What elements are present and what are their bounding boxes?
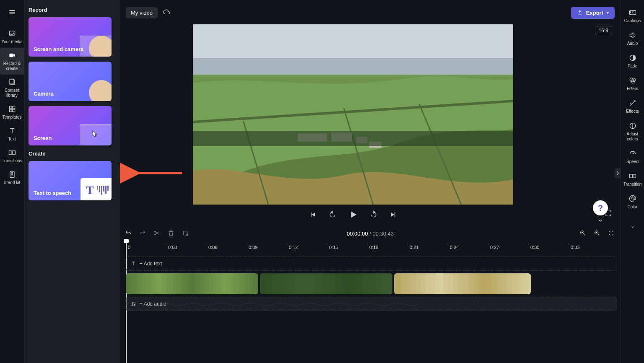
rightnav-filters[interactable]: Filters: [621, 73, 644, 96]
chevron-down-icon: ▾: [607, 10, 609, 15]
rightnav-label: Speed: [626, 159, 639, 164]
ruler-tick: 0:12: [287, 243, 298, 245]
video-preview[interactable]: [193, 24, 513, 205]
annotation-arrow: [132, 167, 186, 181]
rightnav-label: Fade: [628, 64, 637, 69]
card-screen[interactable]: Screen: [29, 106, 112, 145]
rightnav-label: Effects: [626, 109, 639, 114]
timeline-tracks: + Add text + Add audio: [126, 257, 617, 360]
sidebar-item-text[interactable]: Text: [0, 123, 24, 145]
rightnav-chevron-down-icon[interactable]: ⌄: [621, 223, 644, 229]
rightnav-speed[interactable]: Speed: [621, 146, 644, 169]
timeline-zoom: [579, 230, 615, 238]
record-create-panel: Record Screen and camera Camera Screen C…: [24, 0, 120, 363]
svg-point-14: [11, 172, 13, 174]
zoom-fit-button[interactable]: [608, 230, 615, 238]
zoom-out-button[interactable]: [579, 230, 586, 238]
rightnav-adjust-colors[interactable]: Adjust colors: [621, 118, 644, 146]
card-camera[interactable]: Camera: [29, 62, 112, 101]
add-text-track[interactable]: + Add text: [126, 257, 617, 271]
rightnav-audio[interactable]: Audio: [621, 28, 644, 50]
project-title[interactable]: My video: [126, 7, 158, 18]
svg-rect-10: [12, 109, 15, 112]
rightnav-fade[interactable]: Fade: [621, 50, 644, 73]
sidebar-label: Record & create: [3, 61, 21, 71]
cursor-icon: [91, 130, 99, 140]
svg-rect-12: [12, 151, 15, 154]
svg-rect-11: [9, 151, 12, 154]
rightnav-label: Audio: [627, 41, 638, 46]
rightnav-effects[interactable]: Effects: [621, 96, 644, 118]
video-clip-1[interactable]: [126, 273, 258, 294]
card-label: Screen: [34, 135, 52, 141]
export-label: Export: [586, 10, 603, 16]
ruler-tick: 0:18: [367, 243, 378, 245]
timeline-ruler[interactable]: 00:030:060:090:120:150:180:210:240:270:3…: [126, 243, 621, 256]
left-sidebar: Your media Record & create Content libra…: [0, 0, 24, 363]
svg-point-15: [11, 174, 13, 176]
svg-rect-8: [12, 106, 15, 109]
play-button[interactable]: [348, 210, 358, 219]
tts-graphic: T: [80, 178, 112, 200]
ruler-tick: 0:24: [448, 243, 459, 245]
sidebar-item-your-media[interactable]: Your media: [0, 26, 24, 48]
playback-controls: [193, 207, 513, 222]
rightnav-label: Captions: [624, 18, 641, 23]
card-screen-and-camera[interactable]: Screen and camera: [29, 17, 112, 57]
sidebar-label: Templates: [3, 115, 22, 120]
sidebar-item-templates[interactable]: Templates: [0, 101, 24, 123]
sidebar-label: Your media: [1, 39, 22, 44]
skip-start-button[interactable]: [309, 211, 317, 218]
rightnav-captions[interactable]: Captions: [621, 5, 644, 28]
rightnav-label: Transition: [623, 182, 642, 187]
sidebar-item-brand-kit[interactable]: Brand kit: [0, 167, 24, 189]
svg-rect-9: [9, 109, 12, 112]
timeline-timecode: 00:00.00 / 00:30.43: [120, 231, 621, 237]
svg-rect-24: [193, 131, 513, 146]
ruler-tick: 0:30: [528, 243, 539, 245]
svg-point-34: [632, 197, 633, 197]
current-time: 00:00.00: [347, 231, 368, 237]
ruler-tick: 0:27: [488, 243, 499, 245]
export-button[interactable]: Export ▾: [571, 7, 615, 19]
create-section-title: Create: [29, 150, 116, 157]
rightnav-transition[interactable]: Transition: [621, 169, 644, 191]
skip-end-button[interactable]: [390, 211, 397, 218]
total-duration: 00:30.43: [372, 231, 394, 237]
rightnav-color[interactable]: Color: [621, 191, 644, 214]
menu-button[interactable]: [4, 4, 20, 20]
video-clip-2[interactable]: [260, 273, 392, 294]
sidebar-item-content-library[interactable]: Content library: [0, 75, 24, 101]
rewind-10-button[interactable]: [328, 210, 337, 219]
zoom-in-button[interactable]: [594, 230, 600, 238]
sidebar-item-transitions[interactable]: Transitions: [0, 145, 24, 167]
top-bar: My video Export ▾: [126, 5, 615, 20]
video-clip-3[interactable]: [394, 273, 531, 294]
help-button[interactable]: ?: [593, 200, 608, 215]
right-sidebar: Captions Audio Fade Filters Effects Adju…: [621, 0, 644, 363]
add-audio-track[interactable]: + Add audio: [126, 297, 617, 311]
sidebar-label: Brand kit: [4, 180, 20, 185]
ruler-tick: 0:09: [247, 243, 257, 245]
video-track[interactable]: [126, 273, 617, 294]
ruler-tick: 0:15: [327, 243, 338, 245]
card-text-to-speech[interactable]: T Text to speech: [29, 161, 112, 200]
cloud-sync-icon[interactable]: [163, 8, 170, 17]
ruler-tick: 0:03: [166, 243, 177, 245]
card-label: Camera: [34, 91, 54, 97]
sidebar-item-record-create[interactable]: Record & create: [0, 48, 24, 75]
collapse-panel-button[interactable]: [119, 168, 125, 179]
time-separator: /: [368, 231, 373, 237]
collapse-right-button[interactable]: [615, 168, 621, 179]
svg-point-33: [631, 198, 631, 199]
svg-point-35: [634, 198, 634, 199]
svg-rect-32: [633, 174, 636, 178]
ruler-tick: 0:33: [569, 243, 579, 245]
aspect-ratio-button[interactable]: 16:9: [595, 26, 612, 35]
card-label: Text to speech: [34, 190, 71, 196]
rightnav-label: Color: [628, 205, 638, 210]
forward-10-button[interactable]: [369, 210, 378, 219]
sidebar-label: Content library: [5, 88, 19, 98]
help-chevron-down-icon[interactable]: [597, 217, 604, 224]
rightnav-label: Filters: [627, 86, 638, 91]
